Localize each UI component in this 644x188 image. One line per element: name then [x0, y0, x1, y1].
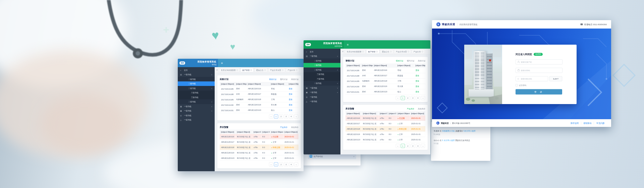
sidebar-item[interactable]: 二级导航: [304, 67, 340, 72]
tab[interactable]: 资质证件效期预警: [345, 49, 365, 54]
sidebar-item[interactable]: 一级导航: [304, 95, 340, 99]
collapse-tabs-icon[interactable]: «: [216, 69, 218, 72]
prev-page-button[interactable]: ‹: [396, 144, 400, 148]
sidebar-item[interactable]: 一级导航: [178, 113, 215, 118]
page-button[interactable]: 3: [284, 114, 288, 119]
sidebar-item[interactable]: 首页: [304, 49, 340, 54]
prev-page-button[interactable]: ‹: [396, 96, 400, 100]
sidebar-item[interactable]: 一级导航: [178, 73, 215, 77]
next-page-button[interactable]: ›: [294, 162, 298, 167]
sidebar-item[interactable]: 三级导航: [178, 95, 215, 100]
prev-page-button[interactable]: ‹: [269, 162, 273, 167]
prev-page-button[interactable]: ‹: [269, 114, 273, 119]
sidebar-item[interactable]: 一级导航: [304, 99, 340, 104]
footer-link[interactable]: 密钥驱动: [581, 122, 594, 125]
username-input[interactable]: [516, 61, 562, 63]
brand-area: 博健 医院物资管理系统 管理端: [178, 59, 218, 67]
page-button[interactable]: 1: [401, 144, 405, 148]
tab[interactable]: 产品出库: [286, 68, 299, 72]
remember-checkbox[interactable]: [516, 84, 518, 87]
next-page-button[interactable]: ›: [421, 144, 425, 148]
product-name: 供应商供货管理系统: [460, 23, 478, 26]
view-link[interactable]: 查看: [416, 75, 419, 77]
sidebar-item[interactable]: 二级导航: [178, 77, 215, 82]
sidebar-item[interactable]: 二级导航: [304, 63, 340, 68]
page-button[interactable]: 3: [284, 162, 288, 167]
login-button[interactable]: 登 录: [516, 89, 562, 95]
view-link[interactable]: 查看: [416, 80, 419, 82]
sidebar-item[interactable]: 首页: [178, 68, 215, 73]
tab-status-dot: [236, 69, 238, 71]
page-button[interactable]: 4: [289, 114, 293, 119]
hamburger-menu-icon[interactable]: ≡: [347, 43, 348, 46]
page-button[interactable]: 1: [274, 162, 278, 167]
tab[interactable]: 产品分类设置: [268, 68, 285, 72]
page-button[interactable]: 2: [406, 96, 410, 100]
column-header: [object Object]: [345, 63, 361, 68]
sidebar-item[interactable]: 二级导航: [178, 82, 215, 86]
stock-type-link[interactable]: 高值库存: [291, 126, 299, 129]
plan-type-link[interactable]: 预约计划: [407, 59, 414, 62]
sidebar-item[interactable]: 一级导航: [304, 90, 340, 95]
page-button[interactable]: 4: [289, 162, 293, 167]
stock-type-link[interactable]: 产品库存: [407, 107, 414, 110]
view-link[interactable]: 查看: [289, 88, 292, 90]
sidebar-item[interactable]: 一级导航: [304, 86, 340, 90]
collapse-tabs-icon[interactable]: «: [342, 50, 343, 53]
sidebar-item[interactable]: 二级导航: [304, 81, 340, 86]
chevron-down-icon[interactable]: ∨: [353, 155, 355, 157]
page-button[interactable]: 3: [411, 96, 415, 100]
view-link[interactable]: 查看: [416, 91, 419, 93]
hamburger-menu-icon[interactable]: ≡: [221, 61, 223, 65]
plan-type-link[interactable]: 高值计划: [418, 59, 425, 62]
next-page-button[interactable]: ›: [421, 96, 425, 100]
page-button[interactable]: 2: [406, 144, 410, 148]
sidebar-item[interactable]: 二级导航: [304, 58, 340, 63]
plan-type-link[interactable]: 预约计划: [280, 78, 287, 81]
captcha-input[interactable]: [516, 78, 548, 80]
page-button[interactable]: 4: [416, 96, 420, 100]
sidebar-item[interactable]: 二级导航: [178, 100, 215, 104]
stock-type-link[interactable]: 高值库存: [418, 107, 425, 110]
page-button[interactable]: 2: [279, 114, 283, 119]
view-link[interactable]: 查看: [289, 93, 292, 95]
sidebar-item[interactable]: 一级导航: [178, 109, 215, 113]
tab[interactable]: 资质证件效期预警: [219, 68, 239, 72]
page-button[interactable]: 3: [411, 144, 415, 148]
feed-link[interactable]: 5月日常小需求: [464, 130, 476, 132]
page-button[interactable]: 2: [279, 162, 283, 167]
sidebar-item[interactable]: 一级导航: [178, 118, 215, 123]
feed-link[interactable]: 凤凰精英小分队: [442, 130, 455, 132]
sidebar-item[interactable]: 一级导航: [304, 54, 340, 59]
tab[interactable]: 通知公告: [254, 68, 267, 72]
next-page-button[interactable]: ›: [294, 114, 298, 119]
sidebar-item[interactable]: 三级导航: [178, 91, 215, 95]
password-input[interactable]: [516, 69, 562, 72]
feed-link[interactable]: 5 月日常小需求: [442, 139, 455, 141]
plan-type-link[interactable]: 高值计划: [291, 78, 299, 81]
tab[interactable]: 通知公告: [380, 49, 393, 54]
plan-type-link[interactable]: 领用计划: [396, 59, 403, 62]
view-link[interactable]: 查看: [289, 109, 292, 111]
feed-item: 付小小 在 5 月日常小需求 更新至已发布状态 3 天前: [431, 137, 490, 146]
page-button[interactable]: 4: [416, 144, 420, 148]
sidebar-item[interactable]: 三级导航: [304, 77, 340, 81]
plan-type-link[interactable]: 领用计划: [269, 78, 276, 81]
page-button[interactable]: 1: [274, 114, 278, 119]
tab[interactable]: 用户管理: [240, 68, 254, 72]
footer-link[interactable]: 常见问题: [594, 122, 607, 125]
page-button[interactable]: 1: [401, 96, 405, 100]
view-link[interactable]: 查看: [416, 85, 419, 87]
sidebar-item[interactable]: 三级导航: [304, 72, 340, 77]
tab[interactable]: 用户管理: [366, 49, 379, 54]
view-link[interactable]: 查看: [289, 104, 292, 106]
sidebar-item[interactable]: 一级导航: [178, 104, 215, 109]
view-link[interactable]: 查看: [416, 69, 419, 71]
captcha-challenge[interactable]: 6+8=?: [549, 76, 562, 81]
view-link[interactable]: 查看: [289, 98, 292, 100]
footer-link[interactable]: 操作说明: [568, 122, 581, 125]
tab[interactable]: 产品出库: [412, 49, 425, 54]
tab[interactable]: 产品分类设置: [394, 49, 411, 54]
sidebar-item[interactable]: 二级导航: [178, 86, 215, 91]
stock-type-link[interactable]: 产品库存: [280, 126, 287, 129]
